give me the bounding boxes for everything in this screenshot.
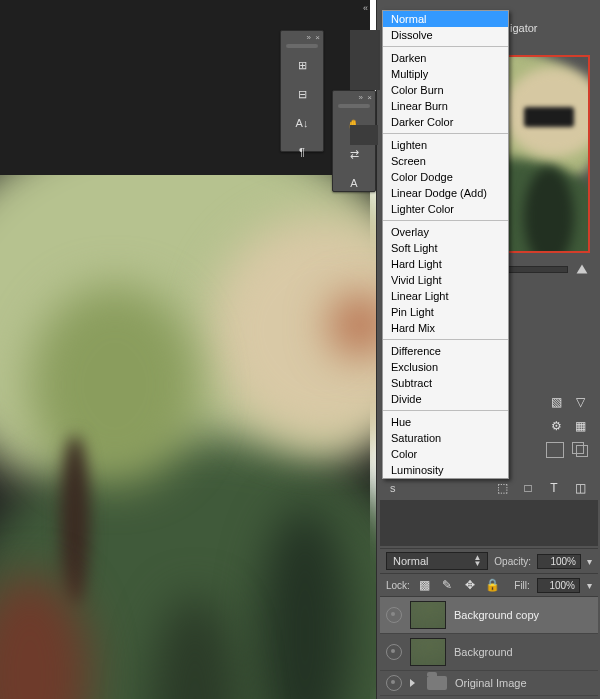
fill-value[interactable]: 100% <box>537 578 580 593</box>
panel-gap <box>380 500 598 546</box>
ch-path-icon[interactable]: ◫ <box>572 480 588 496</box>
blend-option[interactable]: Difference <box>383 343 508 359</box>
layer-thumbnail[interactable] <box>410 601 446 629</box>
layers-panel: Normal ▲▼ Opacity: 100% ▾ Lock: ▩ ✎ ✥ 🔒 … <box>380 548 598 699</box>
menu-separator <box>383 410 508 411</box>
blend-option[interactable]: Divide <box>383 391 508 407</box>
blend-option[interactable]: Color Burn <box>383 82 508 98</box>
channels-panel: s ⬚ □ T ◫ <box>380 476 598 496</box>
adj-circles-icon[interactable]: ⚙ <box>548 418 564 434</box>
blend-option[interactable]: Linear Burn <box>383 98 508 114</box>
layer-row[interactable]: Background <box>380 634 598 671</box>
adj-grid-icon[interactable]: ▦ <box>572 418 588 434</box>
fill-label: Fill: <box>514 580 530 591</box>
tool-strip-a: » × ⊞ ⊟ A↓ ¶ <box>280 30 324 152</box>
ch-rgb-icon[interactable]: ⬚ <box>494 480 510 496</box>
layer-thumbnail[interactable] <box>410 638 446 666</box>
tool-paragraph-icon[interactable]: ¶ <box>286 140 318 164</box>
blend-option[interactable]: Hue <box>383 414 508 430</box>
blend-option[interactable]: Subtract <box>383 375 508 391</box>
ch-type-icon[interactable]: T <box>546 480 562 496</box>
stepper-icon: ▲▼ <box>473 555 481 567</box>
strip-head-b[interactable]: » × <box>333 91 375 104</box>
blend-option[interactable]: Saturation <box>383 430 508 446</box>
blend-option[interactable]: Multiply <box>383 66 508 82</box>
tool-glyph-icon[interactable]: A <box>338 171 370 195</box>
layer-name: Original Image <box>455 677 527 689</box>
menu-separator <box>383 339 508 340</box>
document-canvas[interactable] <box>0 175 380 699</box>
blend-option[interactable]: Overlay <box>383 224 508 240</box>
layer-row[interactable]: Original Image <box>380 671 598 696</box>
blend-option[interactable]: Screen <box>383 153 508 169</box>
blend-mode-select[interactable]: Normal ▲▼ <box>386 552 488 570</box>
blend-option[interactable]: Dissolve <box>383 27 508 43</box>
blend-option[interactable]: Darken <box>383 50 508 66</box>
blend-mode-dropdown[interactable]: NormalDissolveDarkenMultiplyColor BurnLi… <box>382 10 509 479</box>
visibility-icon[interactable] <box>386 675 402 691</box>
adj-halffill-icon[interactable]: ▧ <box>548 394 564 410</box>
menu-separator <box>383 133 508 134</box>
adj-dntri-icon[interactable]: ▽ <box>572 394 588 410</box>
menu-separator <box>383 46 508 47</box>
blend-option[interactable]: Luminosity <box>383 462 508 478</box>
zoom-in-icon[interactable] <box>577 265 588 274</box>
blend-option[interactable]: Vivid Light <box>383 272 508 288</box>
blend-option[interactable]: Lighten <box>383 137 508 153</box>
fill-flyout-icon[interactable]: ▾ <box>587 580 592 591</box>
tool-distribute-icon[interactable]: ⊟ <box>286 82 318 106</box>
layer-name: Background copy <box>454 609 539 621</box>
blend-option[interactable]: Color Dodge <box>383 169 508 185</box>
blend-option[interactable]: Linear Light <box>383 288 508 304</box>
blend-option[interactable]: Color <box>383 446 508 462</box>
visibility-icon[interactable] <box>386 607 402 623</box>
layer-row[interactable]: Background copy <box>380 597 598 634</box>
blend-option[interactable]: Hard Mix <box>383 320 508 336</box>
tool-align-icon[interactable]: ⊞ <box>286 53 318 77</box>
opacity-label: Opacity: <box>494 556 531 567</box>
blend-option[interactable]: Hard Light <box>383 256 508 272</box>
blend-option[interactable]: Exclusion <box>383 359 508 375</box>
folder-icon <box>427 676 447 690</box>
folder-caret-icon[interactable] <box>410 679 415 687</box>
lock-transparent-icon[interactable]: ▩ <box>417 577 433 593</box>
blend-option[interactable]: Lighter Color <box>383 201 508 217</box>
blend-option[interactable]: Pin Light <box>383 304 508 320</box>
blend-option[interactable]: Linear Dodge (Add) <box>383 185 508 201</box>
lock-all-icon[interactable]: 🔒 <box>485 577 501 593</box>
blend-mode-value: Normal <box>393 555 428 567</box>
collapse-icon[interactable]: « <box>363 3 373 13</box>
blend-option[interactable]: Normal <box>383 11 508 27</box>
lock-position-icon[interactable]: ✥ <box>462 577 478 593</box>
adj-sq1-icon[interactable] <box>546 442 564 458</box>
lock-pixels-icon[interactable]: ✎ <box>440 577 456 593</box>
tool-swap-icon[interactable]: ⇄ <box>338 142 370 166</box>
blend-option[interactable]: Darker Color <box>383 114 508 130</box>
adj-sq2-icon[interactable] <box>572 442 588 456</box>
channels-tab-label[interactable]: s <box>390 482 396 494</box>
ch-alpha-icon[interactable]: □ <box>520 480 536 496</box>
opacity-flyout-icon[interactable]: ▾ <box>587 556 592 567</box>
opacity-value[interactable]: 100% <box>537 554 581 569</box>
strip-head-a[interactable]: » × <box>281 31 323 44</box>
lock-label: Lock: <box>386 580 410 591</box>
layer-name: Background <box>454 646 513 658</box>
blend-option[interactable]: Soft Light <box>383 240 508 256</box>
tool-character-icon[interactable]: A↓ <box>286 111 318 135</box>
menu-separator <box>383 220 508 221</box>
navigator-tab-label: igator <box>510 22 538 34</box>
visibility-icon[interactable] <box>386 644 402 660</box>
